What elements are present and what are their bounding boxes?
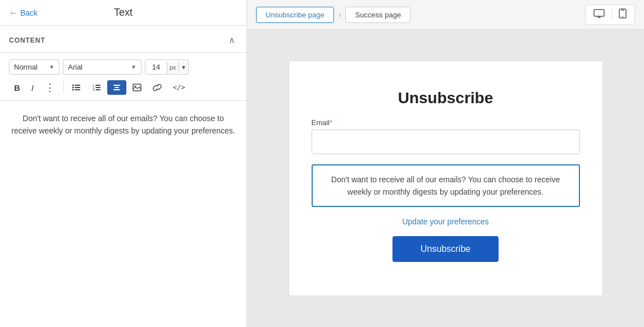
right-top-bar: Unsubscribe page › Success page — [247, 0, 644, 30]
svg-rect-3 — [75, 87, 80, 88]
svg-rect-12 — [113, 85, 120, 86]
svg-rect-17 — [594, 10, 604, 16]
svg-rect-13 — [115, 87, 119, 88]
font-dropdown[interactable]: Arial ▼ — [63, 59, 141, 75]
preview-area: Unsubscribe Email* Don't want to receive… — [247, 30, 644, 327]
collapse-button[interactable]: ∧ — [226, 34, 237, 47]
svg-rect-5 — [75, 89, 80, 90]
preview-card: Unsubscribe Email* Don't want to receive… — [289, 61, 603, 297]
style-dropdown[interactable]: Normal ▼ — [9, 59, 60, 75]
desktop-icon — [593, 9, 605, 18]
image-button[interactable] — [127, 80, 147, 95]
preview-body-text: Don't want to receive all of our emails?… — [331, 175, 560, 196]
preview-title: Unsubscribe — [398, 89, 494, 107]
email-form-group: Email* — [312, 118, 580, 154]
toolbar-row2: B I ⋮ 1. — [9, 79, 237, 96]
svg-point-2 — [72, 87, 74, 89]
email-input[interactable] — [312, 130, 580, 154]
mobile-icon — [619, 8, 627, 19]
image-icon — [133, 84, 141, 91]
back-button[interactable]: ← Back — [9, 8, 38, 18]
svg-point-21 — [622, 16, 623, 17]
required-indicator: * — [330, 118, 332, 127]
success-page-button[interactable]: Success page — [345, 7, 410, 23]
font-dropdown-arrow-icon: ▼ — [131, 64, 136, 70]
svg-rect-7 — [95, 85, 101, 86]
ordered-list-icon: 1. 2. 3. — [92, 84, 101, 91]
style-selected: Normal — [14, 63, 38, 71]
update-preferences-link[interactable]: Update your preferences — [402, 217, 488, 226]
email-label-text: Email — [312, 118, 330, 127]
back-arrow-icon: ← — [9, 8, 18, 18]
nav-arrow-icon: › — [339, 10, 341, 19]
italic-icon: I — [31, 83, 34, 93]
unordered-list-button[interactable] — [67, 80, 86, 95]
more-options-icon: ⋮ — [45, 82, 56, 93]
svg-text:3.: 3. — [93, 88, 95, 91]
align-center-icon — [112, 84, 121, 91]
view-icons — [585, 4, 635, 25]
right-panel: Unsubscribe page › Success page — [247, 0, 644, 327]
code-icon: </> — [173, 84, 185, 91]
email-label: Email* — [312, 118, 580, 127]
link-button[interactable] — [148, 80, 167, 95]
code-button[interactable]: </> — [168, 80, 190, 95]
svg-rect-11 — [95, 89, 101, 90]
ordered-list-button[interactable]: 1. 2. 3. — [87, 80, 106, 95]
svg-rect-1 — [75, 85, 80, 86]
svg-point-4 — [72, 89, 74, 91]
toolbar-separator — [63, 81, 64, 94]
left-panel: ← Back Text CONTENT ∧ Normal ▼ Arial ▼ p… — [0, 0, 247, 327]
toolbar-row1: Normal ▼ Arial ▼ px ▾ — [9, 59, 237, 75]
content-label: CONTENT — [9, 36, 45, 44]
font-size-input[interactable] — [145, 60, 167, 74]
editor-area[interactable]: Don't want to receive all of our emails?… — [0, 101, 246, 327]
italic-button[interactable]: I — [26, 80, 39, 96]
view-separator — [611, 10, 612, 20]
toolbar-area: Normal ▼ Arial ▼ px ▾ B I ⋮ — [0, 53, 246, 101]
svg-rect-14 — [113, 89, 120, 90]
preview-text-box: Don't want to receive all of our emails?… — [312, 164, 580, 208]
content-section-header: CONTENT ∧ — [0, 26, 246, 53]
mobile-view-button[interactable] — [616, 7, 629, 22]
svg-rect-9 — [95, 87, 101, 88]
font-size-control: px ▾ — [145, 59, 189, 75]
desktop-view-button[interactable] — [591, 8, 607, 21]
editor-text[interactable]: Don't want to receive all of our emails?… — [9, 112, 237, 137]
svg-point-0 — [72, 85, 74, 86]
align-center-button[interactable] — [107, 80, 126, 95]
unsubscribe-page-button[interactable]: Unsubscribe page — [256, 7, 334, 23]
unsubscribe-button[interactable]: Unsubscribe — [392, 236, 499, 262]
link-icon — [153, 84, 162, 91]
bold-button[interactable]: B — [9, 80, 25, 96]
font-size-unit: px — [167, 61, 179, 73]
font-selected: Arial — [68, 63, 83, 71]
page-nav: Unsubscribe page › Success page — [256, 7, 410, 23]
bold-icon: B — [14, 83, 20, 93]
preview-form: Email* Don't want to receive all of our … — [312, 118, 580, 262]
style-dropdown-arrow-icon: ▼ — [49, 64, 54, 70]
more-options-button[interactable]: ⋮ — [40, 79, 61, 96]
back-label: Back — [20, 8, 38, 17]
top-bar: ← Back Text — [0, 0, 246, 26]
panel-title: Text — [114, 7, 133, 19]
font-size-arrows-icon[interactable]: ▾ — [179, 62, 188, 73]
unordered-list-icon — [72, 84, 81, 91]
